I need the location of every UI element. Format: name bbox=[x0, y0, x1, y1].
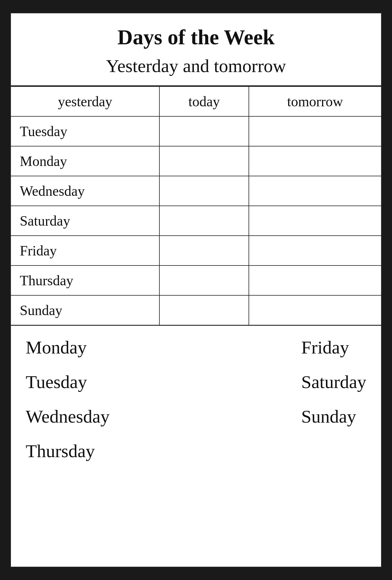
cell-yesterday: Friday bbox=[11, 236, 159, 265]
word-item-right: Friday bbox=[298, 332, 369, 363]
table-row: Sunday bbox=[11, 295, 381, 325]
table-row: Thursday bbox=[11, 265, 381, 295]
table-row: Saturday bbox=[11, 206, 381, 236]
cell-today bbox=[159, 236, 249, 265]
word-column-left: MondayTuesdayWednesdayThursday bbox=[23, 332, 112, 467]
header-section: Days of the Week Yesterday and tomorrow bbox=[11, 13, 381, 86]
col-yesterday: yesterday bbox=[11, 87, 159, 117]
cell-tomorrow bbox=[249, 295, 381, 325]
word-item-left: Wednesday bbox=[23, 401, 112, 432]
cell-today bbox=[159, 265, 249, 295]
word-item-right: Saturday bbox=[298, 366, 369, 398]
subtitle: Yesterday and tomorrow bbox=[29, 56, 363, 76]
cell-tomorrow bbox=[249, 236, 381, 265]
main-title: Days of the Week bbox=[29, 25, 363, 50]
cell-today bbox=[159, 146, 249, 176]
days-table: yesterday today tomorrow TuesdayMondayWe… bbox=[11, 86, 381, 325]
table-row: Friday bbox=[11, 236, 381, 265]
cell-today bbox=[159, 176, 249, 206]
cell-yesterday: Tuesday bbox=[11, 116, 159, 146]
word-item-left: Monday bbox=[23, 332, 112, 363]
word-list-section: MondayTuesdayWednesdayThursday FridaySat… bbox=[11, 326, 381, 479]
cell-tomorrow bbox=[249, 265, 381, 295]
cell-tomorrow bbox=[249, 116, 381, 146]
table-row: Monday bbox=[11, 146, 381, 176]
table-row: Tuesday bbox=[11, 116, 381, 146]
table-header-row: yesterday today tomorrow bbox=[11, 87, 381, 117]
col-today: today bbox=[159, 87, 249, 117]
cell-today bbox=[159, 206, 249, 236]
word-column-right: FridaySaturdaySunday bbox=[298, 332, 369, 467]
cell-tomorrow bbox=[249, 146, 381, 176]
cell-yesterday: Thursday bbox=[11, 265, 159, 295]
cell-yesterday: Saturday bbox=[11, 206, 159, 236]
col-tomorrow: tomorrow bbox=[249, 87, 381, 117]
cell-yesterday: Wednesday bbox=[11, 176, 159, 206]
cell-tomorrow bbox=[249, 176, 381, 206]
page-wrapper: Days of the Week Yesterday and tomorrow … bbox=[0, 0, 392, 580]
cell-today bbox=[159, 295, 249, 325]
cell-tomorrow bbox=[249, 206, 381, 236]
cell-yesterday: Sunday bbox=[11, 295, 159, 325]
cell-yesterday: Monday bbox=[11, 146, 159, 176]
word-item-right: Sunday bbox=[298, 401, 369, 432]
word-item-left: Tuesday bbox=[23, 366, 112, 398]
word-item-left: Thursday bbox=[23, 435, 112, 467]
table-section: yesterday today tomorrow TuesdayMondayWe… bbox=[11, 86, 381, 326]
cell-today bbox=[159, 116, 249, 146]
main-card: Days of the Week Yesterday and tomorrow … bbox=[10, 12, 382, 568]
table-row: Wednesday bbox=[11, 176, 381, 206]
